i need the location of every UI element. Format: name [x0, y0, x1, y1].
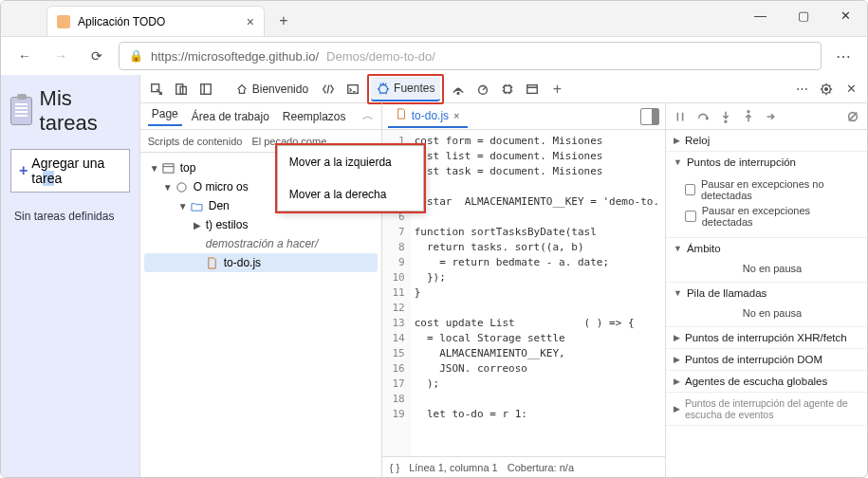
tab-title: Aplicación TODO [78, 15, 247, 28]
svg-point-26 [707, 117, 709, 119]
lock-icon: 🔒 [129, 49, 143, 63]
url-host: https://microsoftedge.github.io/ [151, 49, 319, 64]
address-field[interactable]: 🔒 https://microsoftedge.github.io/Demos/… [119, 42, 822, 70]
nav-tab-workspace[interactable]: Área de trabajo [188, 110, 273, 123]
more-tabs-button[interactable]: + [546, 79, 567, 100]
section-scope[interactable]: ▼Ámbito [666, 238, 867, 259]
elements-icon[interactable] [318, 79, 339, 100]
performance-icon[interactable] [472, 79, 493, 100]
ctx-move-left[interactable]: Mover a la izquierda [278, 146, 423, 178]
tab-favicon [57, 15, 70, 28]
editor-tab-todo-js[interactable]: to-do.js × [388, 105, 468, 128]
editor-pane: to-do.js × 12345678910111213141516171819… [382, 103, 666, 477]
nav-sub-content-scripts[interactable]: Scripts de contenido [148, 136, 243, 147]
section-dom-breakpoints[interactable]: ▶Puntos de interrupción DOM [666, 349, 867, 370]
editor-tab-close-icon[interactable]: × [453, 110, 459, 121]
svg-rect-16 [505, 85, 511, 92]
devtools-panel: Bienvenido Fuentes + ⋯ ✕ [139, 75, 867, 477]
clipboard-icon [10, 97, 32, 125]
editor-status-bar: { } Línea 1, columna 1 Cobertura: n/a [382, 456, 665, 477]
devtools-more-icon[interactable]: ⋯ [791, 79, 812, 100]
console-icon[interactable] [342, 79, 363, 100]
ctx-move-right[interactable]: Mover a la derecha [278, 178, 423, 211]
empty-state-text: Sin tareas definidas [10, 206, 130, 227]
navigator-tab-row: Page Área de trabajo Reemplazos ︿ [140, 103, 381, 130]
app-title: Mis tareas [10, 86, 130, 136]
pause-icon[interactable] [672, 108, 689, 125]
checkbox-pause-uncaught[interactable]: Pausar en excepciones no detectadas [685, 176, 859, 203]
window-titlebar: Aplicación TODO × + — ▢ ✕ [1, 1, 867, 37]
tree-todo-js[interactable]: to-do.js [144, 253, 378, 272]
application-icon[interactable] [522, 79, 543, 100]
section-breakpoints[interactable]: ▼Puntos de interrupción [666, 152, 867, 173]
section-callstack[interactable]: ▼Pila de llamadas [666, 283, 867, 303]
svg-point-30 [748, 110, 749, 112]
tree-styles[interactable]: ▶t) estilos [144, 215, 378, 234]
step-out-icon[interactable] [740, 108, 757, 125]
svg-line-13 [386, 92, 387, 94]
forward-button[interactable]: → [46, 42, 75, 70]
section-event-breakpoints[interactable]: ▶Puntos de interrupción del agente de es… [666, 393, 867, 425]
window-maximize-button[interactable]: ▢ [782, 1, 824, 29]
devtools-close-icon[interactable]: ✕ [840, 79, 861, 100]
svg-line-12 [380, 92, 381, 94]
svg-point-6 [379, 84, 388, 93]
devtools-toolbar: Bienvenido Fuentes + ⋯ ✕ [140, 75, 867, 103]
svg-rect-21 [163, 163, 174, 172]
navigator-pane: Page Área de trabajo Reemplazos ︿ Script… [140, 103, 382, 477]
plus-icon: + [19, 162, 28, 179]
debugger-pane: ▶Reloj ▼Puntos de interrupción Pausar en… [666, 103, 867, 477]
code-editor[interactable]: 12345678910111213141516171819 cost form … [382, 130, 665, 456]
address-bar-row: ← → ⟳ 🔒 https://microsoftedge.github.io/… [1, 37, 867, 75]
checkbox-pause-caught[interactable]: Pausar en excepciones detectadas [685, 203, 859, 230]
callstack-not-paused: No en pausa [666, 303, 867, 326]
tab-sources[interactable]: Fuentes [371, 77, 440, 101]
step-into-icon[interactable] [717, 108, 734, 125]
code-content: cost form = document. Misionescost list … [411, 130, 665, 456]
svg-point-20 [825, 87, 828, 90]
svg-point-23 [177, 182, 186, 191]
status-position: Línea 1, columna 1 [409, 462, 498, 473]
tab-welcome[interactable]: Bienvenido [230, 77, 314, 101]
nav-tab-page[interactable]: Page [148, 107, 182, 126]
section-global-listeners[interactable]: ▶Agentes de escucha globales [666, 371, 867, 392]
dock-icon[interactable] [195, 79, 216, 100]
svg-rect-1 [175, 83, 182, 94]
browser-tab[interactable]: Aplicación TODO × [46, 6, 265, 36]
inspect-icon[interactable] [146, 79, 167, 100]
nav-tab-overrides[interactable]: Reemplazos [279, 110, 350, 123]
add-task-input[interactable]: + Agregar una tarea [10, 149, 130, 193]
section-watch[interactable]: ▶Reloj [666, 130, 867, 151]
context-menu: Mover a la izquierda Mover a la derecha [277, 145, 424, 211]
back-button[interactable]: ← [10, 42, 39, 70]
reload-button[interactable]: ⟳ [83, 42, 111, 70]
network-icon[interactable] [448, 79, 469, 100]
device-icon[interactable] [171, 79, 192, 100]
app-title-text: Mis tareas [40, 86, 130, 136]
editor-tab-row: to-do.js × [382, 103, 665, 130]
nav-more-icon[interactable]: ︿ [362, 108, 374, 124]
svg-rect-17 [527, 84, 538, 93]
toggle-sidebar-icon[interactable] [640, 108, 659, 125]
status-braces[interactable]: { } [390, 462, 399, 473]
devtools-settings-icon[interactable] [816, 79, 837, 100]
window-close-button[interactable]: ✕ [824, 1, 867, 29]
memory-icon[interactable] [497, 79, 518, 100]
deactivate-breakpoints-icon[interactable] [844, 108, 861, 125]
step-icon[interactable] [763, 108, 780, 125]
svg-point-14 [458, 92, 460, 94]
todo-app-pane: Mis tareas + Agregar una tarea Sin tarea… [1, 75, 139, 477]
section-xhr-breakpoints[interactable]: ▶Puntos de interrupción XHR/fetch [666, 327, 867, 348]
svg-rect-3 [200, 83, 211, 94]
step-over-icon[interactable] [694, 108, 711, 125]
url-path: Demos/demo-to-do/ [326, 49, 435, 64]
close-tab-icon[interactable]: × [247, 14, 254, 29]
tree-todo-dir[interactable]: demostración a hacer/ [144, 234, 378, 253]
scope-not-paused: No en pausa [666, 259, 867, 282]
new-tab-button[interactable]: + [270, 8, 297, 34]
debugger-toolbar [666, 103, 867, 130]
window-minimize-button[interactable]: — [739, 1, 782, 29]
svg-point-28 [725, 120, 727, 122]
status-coverage: Cobertura: n/a [508, 462, 574, 473]
browser-menu-button[interactable]: ⋯ [829, 42, 858, 70]
